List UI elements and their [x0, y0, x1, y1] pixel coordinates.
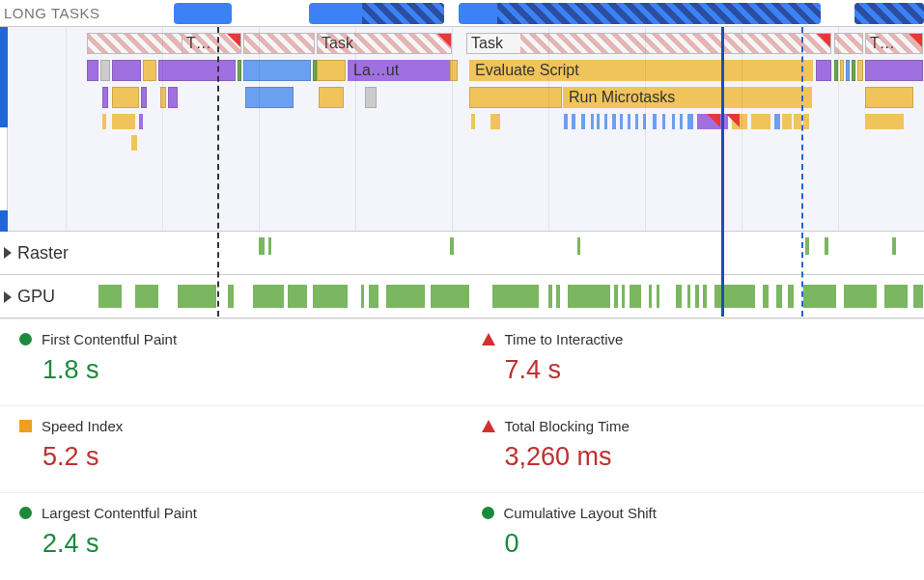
flame-chip[interactable] [774, 114, 780, 129]
activity-bar[interactable] [98, 285, 122, 308]
activity-bar[interactable] [228, 285, 234, 308]
flame-chip[interactable] [100, 60, 110, 81]
flame-chip[interactable] [317, 60, 346, 81]
activity-bar[interactable] [577, 237, 580, 255]
flame-chip[interactable] [168, 87, 178, 108]
long-task-bar[interactable] [174, 3, 232, 24]
metric-card[interactable]: Total Blocking Time3,260 ms [462, 405, 925, 492]
flame-chip[interactable] [672, 114, 675, 129]
activity-bar[interactable] [178, 285, 216, 308]
time-marker-dashed-blue[interactable] [801, 27, 803, 317]
long-task-bar[interactable] [854, 3, 924, 24]
flame-chip[interactable] [865, 87, 913, 108]
flame-chip[interactable] [131, 135, 137, 151]
flame-chip[interactable] [751, 114, 770, 129]
metric-card[interactable]: First Contentful Paint1.8 s [0, 318, 462, 405]
flame-chip[interactable] [680, 114, 683, 129]
raster-bars[interactable] [0, 237, 924, 255]
activity-bar[interactable] [431, 285, 469, 308]
flame-chip[interactable] [865, 60, 923, 81]
activity-bar[interactable] [548, 285, 552, 308]
flame-chip[interactable] [245, 87, 294, 108]
activity-bar[interactable] [892, 237, 896, 255]
activity-bar[interactable] [695, 285, 699, 308]
flame-row-2[interactable]: La…utEvaluate Script [8, 60, 924, 81]
task-block[interactable]: T… [182, 33, 241, 54]
activity-bar[interactable] [313, 285, 348, 308]
activity-bar[interactable] [361, 285, 364, 308]
metric-card[interactable]: Speed Index5.2 s [0, 405, 462, 492]
long-tasks-row[interactable]: LONG TASKS [0, 0, 924, 27]
task-block[interactable]: T… [865, 33, 923, 54]
activity-bar[interactable] [763, 285, 769, 308]
activity-bar[interactable] [259, 237, 265, 255]
activity-bar[interactable] [703, 285, 707, 308]
flame-chip[interactable] [87, 60, 98, 81]
long-task-bar[interactable] [309, 3, 444, 24]
flame-chip[interactable] [794, 114, 801, 129]
flame-chip[interactable] [112, 60, 141, 81]
activity-bar[interactable] [253, 285, 284, 308]
activity-bar[interactable] [676, 285, 682, 308]
flame-chip[interactable] [160, 87, 166, 108]
flame-chip[interactable] [591, 114, 594, 129]
gpu-bars[interactable] [0, 285, 924, 308]
activity-bar[interactable] [568, 285, 610, 308]
metric-card[interactable]: Cumulative Layout Shift0 [462, 492, 925, 579]
activity-bar[interactable] [135, 285, 158, 308]
flame-chip[interactable] [158, 60, 236, 81]
flame-row-4[interactable] [8, 114, 924, 129]
metric-card[interactable]: Time to Interactive7.4 s [462, 318, 925, 405]
activity-bar[interactable] [788, 285, 794, 308]
flame-chip[interactable] [662, 114, 665, 129]
flame-chip[interactable] [604, 114, 607, 129]
activity-bar[interactable] [687, 285, 690, 308]
flame-chip[interactable] [597, 114, 600, 129]
activity-bar[interactable] [268, 237, 271, 255]
flame-chip[interactable] [816, 60, 831, 81]
activity-bar[interactable] [776, 285, 782, 308]
activity-bar[interactable] [622, 285, 625, 308]
task-block[interactable]: Task [317, 33, 452, 54]
gpu-track[interactable]: GPU [0, 275, 924, 318]
flame-chip[interactable] [782, 114, 792, 129]
flame-row-5[interactable] [8, 135, 924, 151]
flame-chip-labeled[interactable]: Run Microtasks [563, 87, 812, 108]
activity-bar[interactable] [825, 237, 828, 255]
raster-track[interactable]: Raster [0, 232, 924, 275]
flame-chip[interactable] [687, 114, 693, 129]
flame-chip[interactable] [139, 114, 143, 129]
activity-bar[interactable] [386, 285, 425, 308]
flame-chip[interactable] [653, 114, 657, 129]
flame-chip[interactable] [141, 87, 147, 108]
activity-bar[interactable] [884, 285, 908, 308]
activity-bar[interactable] [492, 285, 539, 308]
flame-chip[interactable] [620, 114, 623, 129]
activity-bar[interactable] [657, 285, 659, 308]
flame-chip[interactable] [840, 60, 844, 81]
flame-chip[interactable] [471, 114, 475, 129]
long-task-bar[interactable] [459, 3, 821, 24]
flame-row-3[interactable]: Run Microtasks [8, 87, 924, 108]
main-thread-flame[interactable]: T…TaskTaskT… La…utEvaluate Script Run Mi… [0, 27, 924, 232]
flame-chip[interactable] [112, 87, 139, 108]
activity-bar[interactable] [803, 285, 836, 308]
flame-chip[interactable] [143, 60, 156, 81]
flame-chip-labeled[interactable]: La…ut [348, 60, 450, 81]
flame-chip[interactable] [243, 60, 311, 81]
time-marker-current[interactable] [721, 27, 724, 317]
activity-bar[interactable] [288, 285, 307, 308]
flame-chip[interactable] [365, 87, 377, 108]
activity-bar[interactable] [913, 285, 923, 308]
activity-bar[interactable] [450, 237, 454, 255]
flame-chip[interactable] [865, 114, 904, 129]
activity-bar[interactable] [649, 285, 652, 308]
task-row[interactable]: T…TaskTaskT… [8, 33, 924, 54]
activity-bar[interactable] [556, 285, 560, 308]
flame-chip[interactable] [628, 114, 630, 129]
activity-bar[interactable] [805, 237, 809, 255]
flame-chip[interactable] [102, 87, 108, 108]
flame-chip[interactable] [857, 60, 863, 81]
flame-chart-area[interactable]: LONG TASKS T…TaskTaskT… La…utEvaluate Sc… [0, 0, 924, 318]
activity-bar[interactable] [369, 285, 378, 308]
